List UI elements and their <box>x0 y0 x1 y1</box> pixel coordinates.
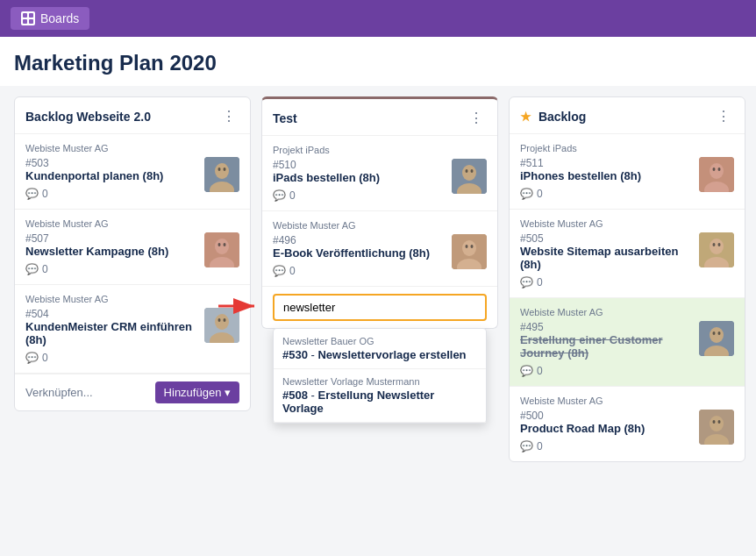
card[interactable]: Webiste Muster AG#495Erstellung einer Cu… <box>510 298 745 387</box>
comment-count: 0 <box>537 365 543 377</box>
card-left: #507Newsletter Kampagne (8h)💬0 <box>25 232 204 275</box>
comment-icon: 💬 <box>520 276 533 289</box>
starred-icon: ★ <box>520 110 535 124</box>
avatar <box>699 321 734 356</box>
card[interactable]: Webiste Muster AG#507Newsletter Kampagne… <box>15 210 250 285</box>
card-left: #511iPhones bestellen (8h)💬0 <box>520 157 699 200</box>
column-menu-button[interactable]: ⋮ <box>713 106 734 126</box>
card-company: Webiste Muster AG <box>25 294 239 304</box>
svg-point-16 <box>462 165 476 181</box>
search-result-item[interactable]: Newsletter Bauer OG#530 - Newslettervorl… <box>274 329 486 369</box>
comment-count: 0 <box>537 276 543 289</box>
search-input[interactable] <box>273 294 487 321</box>
avatar <box>452 159 487 194</box>
card[interactable]: Webiste Muster AG#500Product Road Map (8… <box>510 387 745 461</box>
card-company: Webiste Muster AG <box>520 218 734 229</box>
svg-point-33 <box>710 239 724 254</box>
comment-icon: 💬 <box>273 189 286 202</box>
card[interactable]: Projekt iPads#511iPhones bestellen (8h)💬… <box>510 134 745 210</box>
card-company: Webiste Muster AG <box>520 396 734 406</box>
card-number: #500 <box>520 410 699 422</box>
comment-count: 0 <box>42 352 48 364</box>
card[interactable]: Webiste Muster AG#496E-Book Veröffentlic… <box>262 211 497 287</box>
top-navigation: Boards <box>0 0 756 37</box>
card-title: Erstellung einer Customer Journey (8h) <box>520 333 699 360</box>
svg-point-45 <box>713 420 716 424</box>
svg-point-1 <box>215 163 229 179</box>
result-task: #508 - Erstellung Newsletter Vorlage <box>282 388 477 415</box>
svg-point-14 <box>224 318 226 322</box>
card-left: #510iPads bestellen (8h)💬0 <box>273 159 452 202</box>
column-menu-button[interactable]: ⋮ <box>466 108 487 128</box>
card[interactable]: Projekt iPads#510iPads bestellen (8h)💬0 <box>262 136 497 211</box>
svg-point-19 <box>471 169 474 173</box>
card-content: #500Product Road Map (8h)💬0 <box>520 410 734 453</box>
card-footer: 💬0 <box>273 265 452 277</box>
card-title: Product Road Map (8h) <box>520 422 699 435</box>
boards-icon <box>21 11 35 25</box>
card-company: Webiste Muster AG <box>520 307 734 317</box>
comment-count: 0 <box>289 189 296 202</box>
column-header: ★ Backlog⋮ <box>510 97 745 134</box>
svg-point-28 <box>710 163 724 179</box>
card-content: #505Website Sitemap ausarbeiten (8h)💬0 <box>520 232 734 289</box>
column-footer: Verknüpfen...Hinzufügen ▾ <box>15 374 250 410</box>
card-number: #510 <box>273 159 452 171</box>
page-title: Marketing Plan 2020 <box>14 51 742 75</box>
card[interactable]: Webiste Muster AG#503Kundenportal planen… <box>15 134 250 210</box>
card-footer: 💬0 <box>273 189 452 202</box>
card-content: #496E-Book Veröffentlichung (8h)💬0 <box>273 234 487 277</box>
svg-point-43 <box>710 416 724 431</box>
card[interactable]: Webiste Muster AG#504KundenMeister CRM e… <box>15 285 250 374</box>
card-left: #504KundenMeister CRM einführen (8h)💬0 <box>25 308 204 364</box>
svg-point-31 <box>718 168 721 171</box>
comment-icon: 💬 <box>273 265 286 277</box>
card-left: #496E-Book Veröffentlichung (8h)💬0 <box>273 234 452 277</box>
avatar <box>452 234 487 269</box>
card-content: #507Newsletter Kampagne (8h)💬0 <box>25 232 239 275</box>
comment-count: 0 <box>42 188 48 200</box>
search-dropdown: Newsletter Bauer OG#530 - Newslettervorl… <box>273 328 487 424</box>
card-left: #503Kundenportal planen (8h)💬0 <box>25 157 204 200</box>
svg-point-13 <box>218 318 221 322</box>
card[interactable]: Webiste Muster AG#505Website Sitemap aus… <box>510 210 745 298</box>
card-footer: 💬0 <box>25 263 204 275</box>
card-content: #504KundenMeister CRM einführen (8h)💬0 <box>25 308 239 364</box>
search-result-item[interactable]: Newsletter Vorlage Mustermann#508 - Erst… <box>274 369 486 423</box>
svg-point-8 <box>218 243 221 246</box>
card-footer: 💬0 <box>520 440 699 453</box>
svg-point-35 <box>713 243 716 246</box>
svg-point-36 <box>718 243 721 246</box>
verknuepfen-link[interactable]: Verknüpfen... <box>25 386 93 399</box>
card-number: #507 <box>25 232 204 245</box>
svg-point-30 <box>713 168 716 171</box>
card-footer: 💬0 <box>520 276 699 289</box>
column-title: Test <box>273 111 297 125</box>
result-task: #530 - Newslettervorlage erstellen <box>282 348 477 361</box>
card-left: #495Erstellung einer Customer Journey (8… <box>520 321 699 377</box>
card-content: #503Kundenportal planen (8h)💬0 <box>25 157 239 200</box>
comment-count: 0 <box>537 440 543 453</box>
boards-label: Boards <box>40 11 79 25</box>
comment-icon: 💬 <box>25 188 39 200</box>
svg-point-24 <box>471 245 474 248</box>
column-menu-button[interactable]: ⋮ <box>218 106 239 126</box>
card-company: Projekt iPads <box>273 145 487 155</box>
boards-button[interactable]: Boards <box>11 7 89 30</box>
card-title: iPads bestellen (8h) <box>273 171 452 184</box>
card-left: #500Product Road Map (8h)💬0 <box>520 410 699 453</box>
card-number: #511 <box>520 157 699 169</box>
card-title: Kundenportal planen (8h) <box>25 169 204 182</box>
card-content: #510iPads bestellen (8h)💬0 <box>273 159 487 202</box>
avatar <box>699 232 734 267</box>
card-number: #496 <box>273 234 452 246</box>
card-number: #503 <box>25 157 204 169</box>
avatar <box>204 232 239 267</box>
comment-icon: 💬 <box>25 352 39 364</box>
svg-point-6 <box>215 239 229 254</box>
avatar <box>204 157 239 192</box>
svg-point-23 <box>466 245 468 248</box>
card-number: #504 <box>25 308 204 320</box>
svg-point-18 <box>466 169 468 173</box>
hinzufuegen-button[interactable]: Hinzufügen ▾ <box>155 381 239 403</box>
